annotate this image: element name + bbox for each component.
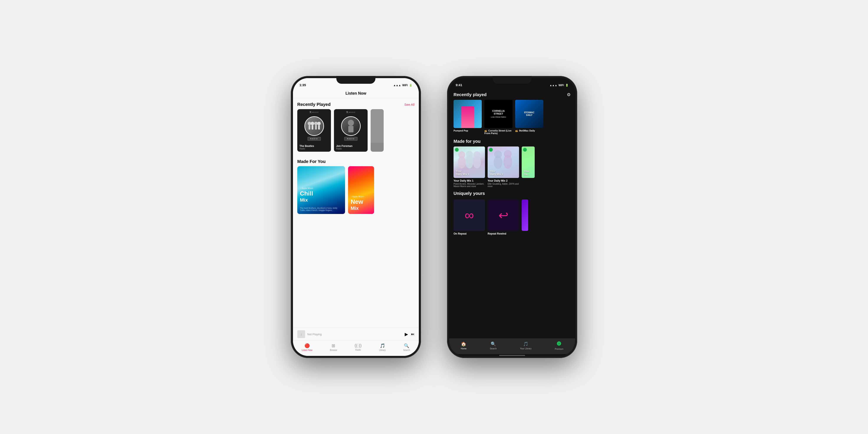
- daily-mix-3-label: YourDa...: [524, 170, 532, 176]
- jon-foreman-card-image: MUSIC RADIO: [334, 109, 368, 143]
- sp-wifi-icon: WiFi: [559, 84, 564, 87]
- sp-search-icon: 🔍: [491, 341, 496, 346]
- search-icon: 🔍: [404, 343, 409, 348]
- svg-point-6: [317, 122, 321, 125]
- browse-label: Browse: [330, 349, 337, 351]
- sp-library-icon: 🎵: [523, 341, 528, 346]
- third-radio-card[interactable]: [371, 109, 384, 152]
- repeat-icon: ∞: [465, 208, 474, 223]
- new-mix-subtitle: Mix: [351, 206, 372, 211]
- daily-mix-2-subtitle: Ellie Goulding, Adele, ZAYN and more: [488, 183, 519, 187]
- listen-now-icon: 🔴: [305, 343, 310, 348]
- chill-mix-card[interactable]: ♪ Apple Music Chill Mix The Avett Brothe…: [297, 166, 345, 214]
- made-for-you-title: Made For You: [297, 159, 326, 164]
- beatles-radio-card[interactable]: MUSIC: [297, 109, 331, 152]
- sp-signal-icon: ▲▲▲: [550, 84, 557, 87]
- apple-music-badge-2: MUSIC: [346, 111, 356, 114]
- apple-music-phone: 1:35 ▲▲▲ WiFi 🔋 Listen Now Recently Play…: [291, 76, 421, 358]
- uy-third-card[interactable]: [522, 199, 528, 235]
- see-all-button[interactable]: See All: [404, 103, 414, 106]
- daily-mix-3-card[interactable]: YourDa... ♪: [522, 147, 535, 187]
- on-repeat-title: On Repeat: [454, 232, 485, 235]
- repeat-rewind-card[interactable]: ↩ Repeat Rewind: [488, 199, 519, 235]
- svg-point-8: [348, 120, 354, 126]
- cornelia-street-card[interactable]: CORNELIASTREETLIVE FROM PARIS 📻 Cornelia…: [484, 100, 513, 134]
- jon-foreman-art: [342, 117, 360, 135]
- recently-played-title: Recently Played: [297, 102, 331, 107]
- new-mix-apple-music-label: ♪ Apple Music: [351, 195, 372, 198]
- listen-now-title: Listen Now: [345, 91, 366, 95]
- new-mix-content: ♪ Apple Music New Mix: [348, 193, 374, 214]
- player-bar[interactable]: ♩ Not Playing ▶ ⏭: [293, 328, 419, 340]
- sp-premium-icon: ♪: [557, 341, 561, 347]
- sp-search-label: Search: [490, 347, 497, 350]
- spotify-time: 9:41: [456, 83, 462, 87]
- daily-mix-1-card[interactable]: YourDaily Mix 1 ♪ Your Daily Mix 1 Pisto…: [454, 147, 485, 187]
- svg-point-0: [308, 122, 311, 125]
- daily-mix-1-title: Your Daily Mix 1: [454, 179, 485, 182]
- chill-mix-artists: The Avett Brothers, Mumford & Sons, Moll…: [297, 206, 345, 214]
- sp-uniquely-yours-title: Uniquely yours: [454, 191, 485, 196]
- skip-button[interactable]: ⏭: [411, 332, 414, 336]
- library-icon: 🎵: [380, 343, 385, 348]
- new-mix-card[interactable]: ♪ Apple Music New Mix: [348, 166, 374, 214]
- player-artwork: ♩: [297, 330, 305, 338]
- tab-search[interactable]: 🔍 Search: [403, 343, 410, 351]
- tab-listen-now[interactable]: 🔴 Listen Now: [302, 343, 312, 351]
- play-button[interactable]: ▶: [405, 332, 408, 337]
- beatles-artist-name: The Beatles: [300, 145, 329, 148]
- sp-uniquely-yours-header: Uniquely yours: [454, 187, 571, 198]
- on-repeat-art: ∞: [454, 199, 485, 231]
- pumped-pop-title: Pumped Pop: [454, 129, 482, 132]
- sp-tab-library[interactable]: 🎵 Your Library: [520, 341, 532, 350]
- made-for-you-scroll: ♪ Apple Music Chill Mix The Avett Brothe…: [293, 166, 419, 217]
- radio-label: Radio: [355, 349, 361, 351]
- beatles-type: Radio: [300, 148, 329, 150]
- nine-to-five-card[interactable]: 9TO5MACDAILY 📻 9to5Mac Daily: [515, 100, 544, 134]
- sp-tab-premium[interactable]: ♪ Premium: [555, 341, 563, 350]
- listen-now-label: Listen Now: [302, 349, 312, 351]
- signal-icon: ▲▲▲: [393, 84, 401, 87]
- nine-to-five-title: 📻 9to5Mac Daily: [515, 129, 544, 132]
- jon-foreman-artist-circle: [341, 116, 361, 136]
- daily-mix-2-card[interactable]: YourDaily Mix 2 ♪ Your Daily Mix 2 Ellie…: [488, 147, 519, 187]
- svg-text:♪: ♪: [558, 342, 560, 345]
- pumped-pop-card[interactable]: Pumped Pop: [454, 100, 482, 134]
- cornelia-text: CORNELIASTREETLIVE FROM PARIS: [491, 110, 506, 118]
- tab-radio[interactable]: ((·)) Radio: [354, 343, 362, 351]
- nine-to-five-title-text: 9to5Mac Daily: [519, 129, 535, 132]
- settings-gear-icon[interactable]: ⚙: [567, 92, 571, 97]
- svg-rect-3: [312, 125, 313, 129]
- apple-logo-icon: [309, 111, 312, 114]
- cornelia-street-image: CORNELIASTREETLIVE FROM PARIS: [484, 100, 513, 128]
- sp-podcast-icon-2: 📻: [515, 129, 518, 132]
- on-repeat-image: ∞: [454, 199, 485, 231]
- daily-mix-2-art: YourDaily Mix 2: [488, 147, 519, 178]
- sp-home-label: Home: [461, 347, 467, 350]
- jon-foreman-radio-card[interactable]: MUSIC RADIO: [334, 109, 368, 152]
- beatles-art: [305, 117, 323, 135]
- apple-logo-icon-2: [346, 111, 348, 114]
- pumped-pop-art: [454, 100, 482, 128]
- browse-icon: ⊞: [332, 343, 335, 348]
- tab-library[interactable]: 🎵 Library: [379, 343, 386, 351]
- notch: [336, 76, 375, 84]
- radio-badge-1: RADIO: [308, 137, 321, 141]
- sp-podcast-icon-1: 📻: [484, 129, 487, 132]
- beatles-card-image: MUSIC: [297, 109, 331, 143]
- svg-point-19: [503, 155, 512, 169]
- beatles-card-label: The Beatles Radio: [297, 143, 331, 152]
- sp-tab-home[interactable]: 🏠 Home: [461, 341, 467, 350]
- cornelia-art: CORNELIASTREETLIVE FROM PARIS: [484, 100, 513, 128]
- pumped-pop-image: [454, 100, 482, 128]
- repeat-rewind-image: ↩: [488, 199, 519, 231]
- on-repeat-card[interactable]: ∞ On Repeat: [454, 199, 485, 235]
- tab-browse[interactable]: ⊞ Browse: [330, 343, 337, 351]
- sp-tab-search[interactable]: 🔍 Search: [490, 341, 497, 350]
- player-controls: ▶ ⏭: [405, 332, 414, 337]
- made-for-you-header: Made For You: [293, 155, 419, 166]
- daily-mix-3-image: YourDa... ♪: [522, 147, 535, 178]
- sp-uniquely-yours-scroll: ∞ On Repeat ↩ Repeat Rewind: [454, 199, 571, 235]
- uy-third-art: [522, 199, 528, 231]
- chill-mix-apple-music-label: ♪ Apple Music: [300, 187, 342, 189]
